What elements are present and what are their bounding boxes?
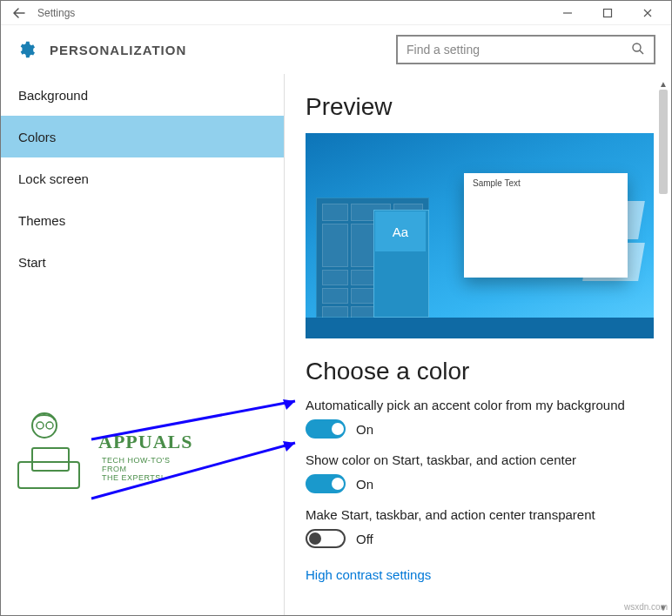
- sidebar-item-background[interactable]: Background: [1, 74, 284, 116]
- main-area: Preview Aa: [285, 74, 671, 615]
- svg-rect-1: [604, 9, 612, 17]
- scroll-thumb[interactable]: [659, 90, 668, 194]
- sidebar-item-label: Start: [18, 255, 46, 270]
- window-title: Settings: [37, 7, 75, 19]
- body: Background Colors Lock screen Themes Sta…: [1, 74, 671, 615]
- show-color-value: On: [356, 477, 373, 492]
- search-input[interactable]: Find a setting: [396, 35, 655, 64]
- page-title: PERSONALIZATION: [50, 43, 186, 57]
- sidebar-item-themes[interactable]: Themes: [1, 199, 284, 241]
- auto-accent-toggle[interactable]: [306, 419, 346, 439]
- settings-window: Settings PERSONALIZATION Find a setting: [0, 0, 672, 616]
- svg-point-6: [32, 413, 57, 438]
- auto-accent-label: Automatically pick an accent color from …: [306, 398, 650, 412]
- svg-point-2: [633, 44, 641, 51]
- search-placeholder: Find a setting: [407, 43, 631, 57]
- accent-tile: Aa: [375, 211, 426, 251]
- show-color-label: Show color on Start, taskbar, and action…: [306, 452, 650, 467]
- sidebar-item-label: Background: [18, 88, 88, 103]
- scrollbar[interactable]: ▲ ▼: [657, 77, 669, 613]
- choose-color-heading: Choose a color: [306, 358, 650, 385]
- title-bar: Settings: [1, 1, 671, 25]
- transparent-label: Make Start, taskbar, and action center t…: [306, 507, 650, 522]
- svg-rect-4: [18, 462, 79, 488]
- close-button[interactable]: [628, 1, 668, 25]
- sidebar-item-label: Lock screen: [18, 171, 89, 186]
- desktop-preview: Aa Sample Text: [306, 133, 654, 338]
- watermark-tagline-2: THE EXPERTS!: [102, 474, 180, 483]
- sidebar-item-lockscreen[interactable]: Lock screen: [1, 157, 284, 199]
- preview-heading: Preview: [306, 93, 650, 121]
- back-button[interactable]: [10, 3, 29, 23]
- transparent-toggle[interactable]: [306, 529, 346, 548]
- scroll-up-icon[interactable]: ▲: [657, 77, 669, 90]
- sample-window-label: Sample Text: [473, 178, 521, 188]
- sidebar: Background Colors Lock screen Themes Sta…: [1, 74, 285, 615]
- svg-rect-5: [32, 448, 69, 471]
- high-contrast-link[interactable]: High contrast settings: [306, 567, 431, 582]
- appuals-watermark: APPUALS TECH HOW-TO'S FROM THE EXPERTS!: [6, 410, 180, 493]
- watermark-brand: APPUALS: [98, 431, 192, 453]
- svg-line-3: [640, 50, 643, 54]
- sidebar-item-start[interactable]: Start: [1, 241, 284, 283]
- sidebar-item-label: Themes: [18, 213, 65, 228]
- source-text: wsxdn.com: [624, 602, 668, 612]
- header: PERSONALIZATION Find a setting: [1, 25, 671, 74]
- gear-icon: [17, 40, 36, 59]
- maximize-button[interactable]: [588, 1, 628, 25]
- taskbar-preview: [306, 318, 654, 338]
- svg-point-8: [46, 422, 53, 429]
- watermark-tagline-1: TECH HOW-TO'S FROM: [102, 457, 180, 474]
- sidebar-item-label: Colors: [18, 130, 56, 144]
- auto-accent-value: On: [356, 422, 373, 437]
- transparent-value: Off: [356, 532, 373, 546]
- accent-tile-text: Aa: [393, 224, 408, 239]
- sample-window: Sample Text: [464, 173, 628, 278]
- minimize-button[interactable]: [548, 1, 588, 25]
- show-color-toggle[interactable]: [306, 474, 346, 493]
- svg-point-7: [37, 422, 44, 429]
- sidebar-item-colors[interactable]: Colors: [1, 116, 284, 157]
- search-icon: [631, 42, 645, 58]
